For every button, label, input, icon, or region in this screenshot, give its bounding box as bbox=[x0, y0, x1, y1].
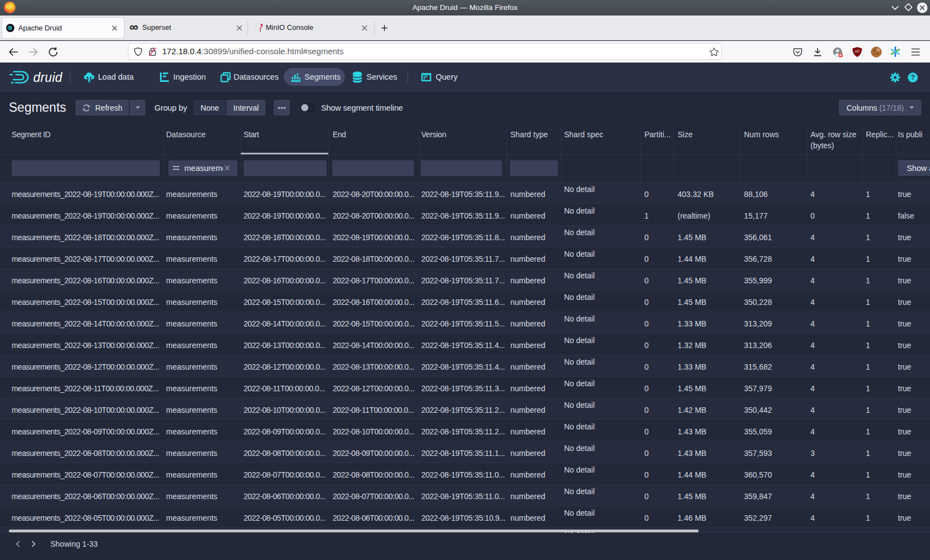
svg-text:uO: uO bbox=[855, 49, 860, 53]
svg-text:?: ? bbox=[911, 74, 915, 81]
